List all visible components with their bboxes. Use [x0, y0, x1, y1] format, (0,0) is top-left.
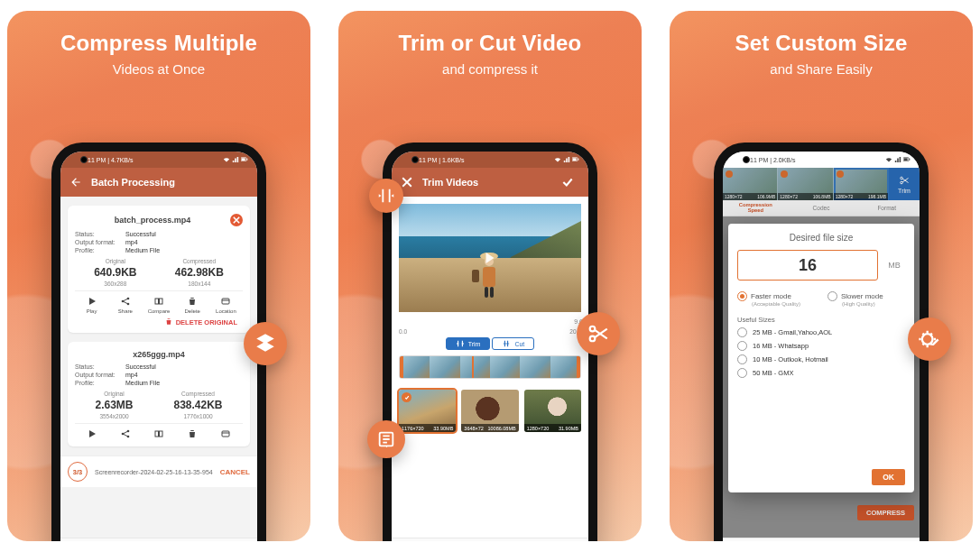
- svg-rect-1: [242, 158, 245, 161]
- size-option[interactable]: 16 MB - Whatsapp: [737, 341, 905, 351]
- share-icon: [108, 296, 142, 307]
- svg-rect-8: [222, 299, 229, 304]
- original-size: 2.63MB: [95, 399, 133, 411]
- format-value: mp4: [125, 239, 138, 245]
- thumb-res: 3648×72: [464, 426, 484, 431]
- phone-frame: 11 PM | 1.6KB/s Trim Videos: [383, 143, 597, 541]
- radio-icon: [737, 368, 747, 378]
- delete-button[interactable]: Delete: [176, 296, 209, 314]
- segment-trim-button[interactable]: Trim: [446, 337, 491, 350]
- mode-slower[interactable]: Slower mode (High Quality): [827, 291, 905, 307]
- panel2-title: Trim or Cut Video: [338, 31, 642, 56]
- ok-button[interactable]: OK: [872, 469, 905, 485]
- delete-button[interactable]: [176, 428, 209, 441]
- svg-rect-12: [155, 431, 159, 437]
- tab-format[interactable]: Format: [854, 205, 920, 211]
- tab-codec[interactable]: Codec: [789, 205, 855, 211]
- back-arrow-icon[interactable]: [68, 174, 84, 190]
- play-button[interactable]: Play: [75, 296, 108, 314]
- video-preview[interactable]: [399, 204, 581, 312]
- size-option[interactable]: 10 MB - Outlook, Hotmail: [737, 354, 905, 364]
- status-bar: 11 PM | 1.6KB/s: [392, 152, 588, 168]
- status-value: Successful: [125, 363, 156, 370]
- profile-value: Medium File: [125, 247, 160, 253]
- video-thumb[interactable]: 1280×72106.8MB: [778, 168, 833, 200]
- video-thumb[interactable]: 1280×72106.9MB: [723, 168, 778, 200]
- delete-original-button[interactable]: DELETE ORIGINAL: [75, 314, 243, 327]
- trim-filmstrip[interactable]: [399, 355, 581, 379]
- mode-fast-hint: (Acceptable Quality): [752, 301, 815, 307]
- phone-frame: 11 PM | 2.0KB/s 1280×72106.9MB 1280×7210…: [714, 143, 929, 541]
- compressed-dim: 180x144: [175, 281, 224, 287]
- video-thumb[interactable]: 1280×72198.1MB: [834, 168, 889, 200]
- profile-value: Medium File: [125, 380, 160, 386]
- profile-label: Profile:: [75, 247, 125, 253]
- svg-point-35: [922, 334, 933, 345]
- result-card: x265ggg.mp4 Status:Successful Output for…: [68, 342, 250, 446]
- video-thumb[interactable]: 1280×72031.90MB: [524, 390, 581, 432]
- compressed-size: 462.98KB: [175, 266, 224, 279]
- radio-icon: [737, 327, 747, 337]
- radio-icon: [737, 341, 747, 351]
- compress-bar: COMPRESS: [728, 501, 914, 523]
- svg-rect-14: [222, 431, 229, 437]
- size-option[interactable]: 25 MB - Gmail,Yahoo,AOL: [737, 327, 905, 337]
- wifi-icon: [223, 157, 230, 162]
- confirm-check-icon[interactable]: [559, 174, 576, 190]
- panel3-heading: Set Custom Size and Share Easily: [670, 31, 973, 77]
- status-time: 11 PM | 1.6KB/s: [419, 157, 464, 163]
- panel-custom-size: Set Custom Size and Share Easily 11 PM |…: [670, 11, 973, 541]
- content-area: 1280×72106.9MB 1280×72106.8MB 1280×72198…: [723, 168, 920, 538]
- modal-title: Desired file size: [737, 233, 905, 243]
- panel1-subtitle: Videos at Once: [7, 61, 310, 77]
- status-bar: 11 PM | 2.0KB/s: [723, 152, 920, 168]
- svg-rect-6: [155, 299, 159, 304]
- progress-badge: 3/3: [68, 462, 88, 482]
- playhead-icon[interactable]: [472, 355, 474, 379]
- status-time: 11 PM | 2.0KB/s: [750, 157, 795, 163]
- cancel-button[interactable]: CANCEL: [220, 468, 250, 476]
- location-button[interactable]: Location: [209, 296, 243, 314]
- phone-screen: 11 PM | 2.0KB/s 1280×72106.9MB 1280×7210…: [723, 152, 920, 541]
- original-dim: 3554x2000: [95, 413, 133, 419]
- size-unit[interactable]: MB: [883, 261, 905, 270]
- play-icon: [75, 296, 108, 307]
- play-button[interactable]: [75, 428, 108, 441]
- app-bar: Trim Videos: [392, 168, 588, 197]
- trim-handles-badge-icon: [369, 179, 403, 213]
- footer-filename: Screenrecorder-2024-02-25-16-13-35-954: [95, 469, 213, 475]
- segment-cut-button[interactable]: Cut: [492, 337, 534, 350]
- layers-badge-icon: [244, 322, 287, 365]
- location-button[interactable]: [209, 428, 243, 441]
- phone-screen: 11 PM | 4.7KB/s Batch Processing batch_p: [60, 152, 257, 541]
- panel-trim-video: Trim or Cut Video and compress it 11 PM …: [338, 11, 642, 541]
- timeline-start: 0.0: [399, 328, 407, 335]
- format-value: mp4: [125, 372, 138, 378]
- gear-pencil-badge-icon: [908, 317, 951, 361]
- svg-rect-2: [246, 159, 247, 161]
- profile-label: Profile:: [75, 380, 125, 386]
- video-thumb[interactable]: 1176×72033.90MB: [399, 390, 456, 432]
- size-option[interactable]: 50 MB - GMX: [737, 368, 905, 378]
- compare-button[interactable]: [142, 428, 175, 441]
- tab-compression-speed[interactable]: Compression Speed: [723, 203, 789, 214]
- radio-icon: [827, 291, 837, 301]
- selected-thumbs: 1280×72106.9MB 1280×72106.8MB 1280×72198…: [723, 168, 920, 200]
- share-button[interactable]: [108, 428, 142, 441]
- size-input[interactable]: 16: [737, 250, 878, 281]
- compress-button[interactable]: COMPRESS: [857, 505, 914, 520]
- folder-icon: [209, 296, 243, 307]
- compress-file-badge-icon: [367, 420, 405, 458]
- thumb-res: 1280×720: [527, 426, 550, 431]
- phone-frame: 11 PM | 4.7KB/s Batch Processing batch_p: [51, 143, 266, 541]
- card-close-button[interactable]: [230, 214, 243, 226]
- trim-button[interactable]: Trim: [889, 168, 920, 200]
- compare-button[interactable]: Compare: [142, 296, 175, 314]
- scissors-badge-icon: [577, 312, 620, 355]
- battery-icon: [241, 157, 248, 162]
- panel3-subtitle: and Share Easily: [670, 61, 973, 77]
- share-button[interactable]: Share: [108, 296, 142, 314]
- system-nav: [60, 538, 257, 541]
- video-thumb[interactable]: 3648×7210086.08MB: [461, 390, 518, 432]
- mode-faster[interactable]: Faster mode (Acceptable Quality): [737, 291, 815, 307]
